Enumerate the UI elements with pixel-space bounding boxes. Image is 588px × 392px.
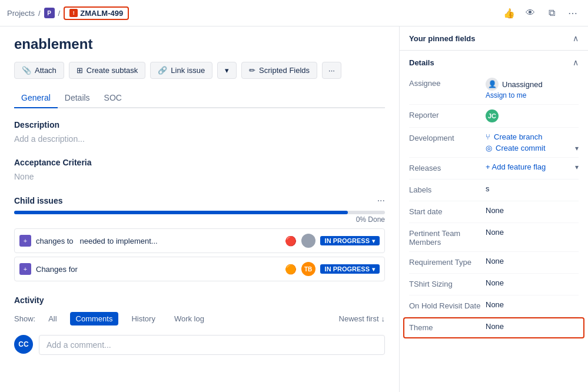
requirement-type-label: Requirement Type (409, 257, 486, 267)
breadcrumb: Projects / P / ! ZMALM-499 (7, 6, 129, 20)
unassigned-icon: 👤 (486, 78, 499, 91)
link-label: Link issue (171, 66, 205, 75)
app-container: Projects / P / ! ZMALM-499 👍 👁 ⧉ ⋯ enabl… (0, 0, 588, 392)
subtask-label: Create subtask (87, 66, 138, 75)
ci-priority-2: 🟠 (285, 264, 297, 275)
filter-all-button[interactable]: All (42, 312, 62, 325)
create-commit-label: Create commit (496, 144, 546, 152)
create-commit-row: ◎ Create commit ▾ (486, 144, 579, 152)
comment-input[interactable]: Add a comment... (39, 335, 385, 355)
assignee-value: 👤 Unassigned Assign to me (486, 78, 579, 99)
theme-label: Theme (409, 322, 486, 332)
create-subtask-button[interactable]: ⊞ Create subtask (69, 62, 145, 79)
activity-filters: Show: All Comments History Work log Newe… (14, 312, 385, 325)
start-date-label: Start date (409, 206, 486, 216)
releases-field: Releases + Add feature flag ▾ (409, 159, 579, 178)
attach-button[interactable]: 📎 Attach (14, 62, 64, 79)
reporter-value: JC (486, 109, 579, 122)
filter-worklog-button[interactable]: Work log (168, 312, 210, 325)
child-issues-title: Child issues (14, 196, 62, 205)
ci-status-1[interactable]: IN PROGRESS ▾ (320, 236, 380, 245)
divider-2 (409, 127, 579, 128)
filter-history-button[interactable]: History (125, 312, 161, 325)
pertinent-team-field: Pertinent Team Members None (409, 224, 579, 250)
tshirt-sizing-field: TShirt Sizing None (409, 275, 579, 294)
releases-label: Releases (409, 162, 486, 172)
scripted-fields-button[interactable]: ✏ Scripted Fields (241, 62, 317, 79)
on-hold-revisit-field: On Hold Revisit Date None (409, 297, 579, 315)
ci-priority-1: 🔴 (285, 235, 297, 247)
child-issue-row-2[interactable]: + Changes for 🟠 TB IN PROGRESS ▾ (14, 257, 385, 281)
reporter-label: Reporter (409, 109, 486, 119)
acceptance-criteria-value: None (14, 172, 385, 181)
labels-field: Labels s (409, 181, 579, 200)
progress-bar-bg (14, 211, 385, 214)
breadcrumb-projects[interactable]: Projects (7, 9, 35, 18)
details-collapse-button[interactable]: ∧ (573, 58, 579, 67)
pinned-fields-section: Your pinned fields ∧ (400, 26, 588, 51)
attach-label: Attach (35, 66, 57, 75)
releases-dropdown[interactable]: ▾ (575, 163, 579, 171)
ci-status-2[interactable]: IN PROGRESS ▾ (320, 264, 380, 274)
pinned-title: Your pinned fields (409, 34, 475, 43)
ci-status-chevron-1: ▾ (372, 238, 375, 244)
scripted-label: Scripted Fields (259, 66, 310, 75)
child-issues-more-button[interactable]: ··· (377, 195, 385, 206)
left-panel: enablement 📎 Attach ⊞ Create subtask 🔗 L… (0, 26, 400, 392)
activity-title: Activity (14, 295, 385, 305)
on-hold-revisit-value: None (486, 300, 579, 309)
reporter-field: Reporter JC (409, 106, 579, 126)
requirement-type-value: None (486, 257, 579, 265)
tab-general[interactable]: General (14, 88, 58, 108)
create-branch-link[interactable]: ⑂ Create branch (486, 132, 542, 141)
link-issue-button[interactable]: 🔗 Link issue (150, 62, 212, 79)
labels-value: s (486, 184, 579, 193)
assign-to-me-link[interactable]: Assign to me (486, 91, 526, 99)
development-label: Development (409, 132, 486, 142)
child-issues-section: Child issues ··· 0% Done + changes to ne… (14, 195, 385, 281)
issue-id-badge: ! ZMALM-499 (64, 6, 129, 20)
progress-bar-wrap: 0% Done (14, 211, 385, 224)
more-options-button[interactable]: ⋯ (564, 5, 581, 21)
filter-comments-button[interactable]: Comments (70, 312, 119, 325)
tab-soc[interactable]: SOC (97, 88, 129, 108)
ci-avatar-1 (301, 234, 315, 248)
tshirt-sizing-value: None (486, 278, 579, 287)
right-panel: Your pinned fields ∧ Details ∧ Assignee … (400, 26, 588, 392)
description-placeholder[interactable]: Add a description... (14, 134, 385, 144)
details-section: Details ∧ Assignee 👤 Unassigned Assign t… (400, 51, 588, 344)
create-branch-label: Create branch (494, 132, 542, 141)
comment-input-row: CC Add a comment... (14, 335, 385, 355)
divider-6 (409, 222, 579, 223)
create-commit-dropdown[interactable]: ▾ (575, 144, 579, 152)
more-actions-button[interactable]: ··· (322, 62, 341, 79)
child-issue-row[interactable]: + changes to needed to implement... 🔴 IN… (14, 228, 385, 253)
breadcrumb-sep1: / (38, 9, 41, 18)
pinned-header: Your pinned fields ∧ (409, 34, 579, 43)
start-date-value: None (486, 206, 579, 215)
acceptance-criteria-section: Acceptance Criteria None (14, 158, 385, 181)
create-branch-row: ⑂ Create branch (486, 132, 579, 141)
tshirt-sizing-label: TShirt Sizing (409, 278, 486, 288)
assignee-label: Assignee (409, 78, 486, 88)
sort-control[interactable]: Newest first ↓ (339, 314, 385, 323)
unassigned-text: Unassigned (502, 80, 543, 89)
watch-button[interactable]: 👁 (522, 5, 539, 21)
progress-text: 0% Done (14, 215, 385, 224)
thumbs-up-button[interactable]: 👍 (501, 5, 517, 21)
dropdown-button[interactable]: ▾ (217, 62, 237, 79)
tab-details[interactable]: Details (58, 88, 97, 108)
branch-icon: ⑂ (486, 132, 490, 141)
commit-icon: ◎ (486, 144, 492, 152)
assignee-field: Assignee 👤 Unassigned Assign to me (409, 74, 579, 103)
details-header: Details ∧ (409, 58, 579, 67)
ci-type-icon: + (19, 235, 31, 247)
copy-button[interactable]: ⧉ (543, 5, 560, 21)
pinned-collapse-button[interactable]: ∧ (573, 34, 579, 43)
pertinent-team-value: None (486, 228, 579, 237)
divider-5 (409, 201, 579, 201)
labels-label: Labels (409, 184, 486, 194)
add-feature-flag-link[interactable]: + Add feature flag (486, 162, 546, 171)
create-commit-link[interactable]: ◎ Create commit (486, 144, 546, 152)
scripted-icon: ✏ (249, 66, 255, 75)
